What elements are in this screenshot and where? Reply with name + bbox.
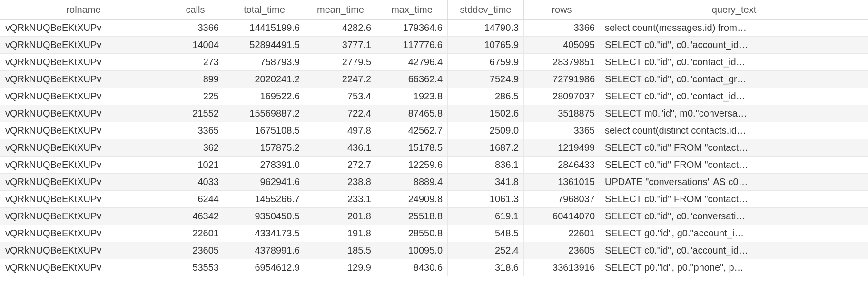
- table-row[interactable]: vQRkNUQBeEKtXUPv2155215569887.2722.48746…: [0, 105, 868, 122]
- cell-stddev_time: 318.6: [448, 259, 524, 276]
- cell-rolname: vQRkNUQBeEKtXUPv: [0, 174, 167, 191]
- cell-query_text: SELECT m0."id", m0."conversa…: [600, 105, 868, 122]
- cell-rolname: vQRkNUQBeEKtXUPv: [0, 71, 167, 88]
- cell-stddev_time: 1502.6: [448, 105, 524, 122]
- cell-mean_time: 753.4: [305, 88, 376, 105]
- cell-stddev_time: 6759.9: [448, 54, 524, 71]
- cell-rows: 60414070: [524, 208, 600, 225]
- cell-total_time: 4378991.6: [224, 242, 305, 259]
- cell-rows: 22601: [524, 225, 600, 242]
- cell-rows: 3365: [524, 122, 600, 139]
- cell-rolname: vQRkNUQBeEKtXUPv: [0, 208, 167, 225]
- cell-calls: 3365: [167, 122, 224, 139]
- cell-max_time: 25518.8: [376, 208, 448, 225]
- cell-mean_time: 201.8: [305, 208, 376, 225]
- table-row[interactable]: vQRkNUQBeEKtXUPv236054378991.6185.510095…: [0, 242, 868, 259]
- cell-rows: 405095: [524, 37, 600, 54]
- cell-stddev_time: 1061.3: [448, 191, 524, 208]
- cell-rows: 33613916: [524, 259, 600, 276]
- cell-calls: 14004: [167, 37, 224, 54]
- cell-mean_time: 2779.5: [305, 54, 376, 71]
- cell-calls: 4033: [167, 174, 224, 191]
- cell-query_text: SELECT p0."id", p0."phone", p…: [600, 259, 868, 276]
- cell-query_text: SELECT c0."id" FROM "contact…: [600, 157, 868, 174]
- cell-rolname: vQRkNUQBeEKtXUPv: [0, 242, 167, 259]
- cell-rows: 72791986: [524, 71, 600, 88]
- cell-calls: 1021: [167, 157, 224, 174]
- cell-calls: 22601: [167, 225, 224, 242]
- table-row[interactable]: vQRkNUQBeEKtXUPv463429350450.5201.825518…: [0, 208, 868, 225]
- column-header-mean_time[interactable]: mean_time: [305, 0, 376, 20]
- cell-mean_time: 3777.1: [305, 37, 376, 54]
- cell-mean_time: 436.1: [305, 139, 376, 157]
- cell-calls: 6244: [167, 191, 224, 208]
- cell-max_time: 179364.6: [376, 20, 448, 37]
- cell-rolname: vQRkNUQBeEKtXUPv: [0, 122, 167, 139]
- cell-query_text: SELECT c0."id", c0."contact_id…: [600, 88, 868, 105]
- cell-rows: 23605: [524, 242, 600, 259]
- cell-query_text: select count(distinct contacts.id…: [600, 122, 868, 139]
- cell-total_time: 9350450.5: [224, 208, 305, 225]
- cell-rolname: vQRkNUQBeEKtXUPv: [0, 225, 167, 242]
- table-row[interactable]: vQRkNUQBeEKtXUPv226014334173.5191.828550…: [0, 225, 868, 242]
- column-header-query_text[interactable]: query_text: [600, 0, 868, 20]
- table-row[interactable]: vQRkNUQBeEKtXUPv535536954612.9129.98430.…: [0, 259, 868, 276]
- cell-max_time: 8889.4: [376, 174, 448, 191]
- table-row[interactable]: vQRkNUQBeEKtXUPv225169522.6753.41923.828…: [0, 88, 868, 105]
- cell-rows: 3518875: [524, 105, 600, 122]
- cell-total_time: 52894491.5: [224, 37, 305, 54]
- cell-rolname: vQRkNUQBeEKtXUPv: [0, 157, 167, 174]
- cell-rolname: vQRkNUQBeEKtXUPv: [0, 105, 167, 122]
- cell-query_text: select count(messages.id) from…: [600, 20, 868, 37]
- table-row[interactable]: vQRkNUQBeEKtXUPv33651675108.5497.842562.…: [0, 122, 868, 139]
- cell-stddev_time: 836.1: [448, 157, 524, 174]
- cell-mean_time: 497.8: [305, 122, 376, 139]
- cell-total_time: 6954612.9: [224, 259, 305, 276]
- column-header-total_time[interactable]: total_time: [224, 0, 305, 20]
- query-stats-table[interactable]: rolnamecallstotal_timemean_timemax_times…: [0, 0, 868, 276]
- cell-query_text: SELECT c0."id", c0."contact_gr…: [600, 71, 868, 88]
- column-header-max_time[interactable]: max_time: [376, 0, 448, 20]
- cell-query_text: UPDATE "conversations" AS c0…: [600, 174, 868, 191]
- column-header-calls[interactable]: calls: [167, 0, 224, 20]
- cell-stddev_time: 548.5: [448, 225, 524, 242]
- column-header-rows[interactable]: rows: [524, 0, 600, 20]
- cell-mean_time: 238.8: [305, 174, 376, 191]
- cell-max_time: 87465.8: [376, 105, 448, 122]
- cell-mean_time: 4282.6: [305, 20, 376, 37]
- table-row[interactable]: vQRkNUQBeEKtXUPv336614415199.64282.61793…: [0, 20, 868, 37]
- cell-stddev_time: 252.4: [448, 242, 524, 259]
- cell-max_time: 42562.7: [376, 122, 448, 139]
- cell-stddev_time: 1687.2: [448, 139, 524, 157]
- cell-rows: 1219499: [524, 139, 600, 157]
- table-row[interactable]: vQRkNUQBeEKtXUPv8992020241.22247.266362.…: [0, 71, 868, 88]
- cell-max_time: 117776.6: [376, 37, 448, 54]
- cell-query_text: SELECT c0."id", c0."account_id…: [600, 37, 868, 54]
- cell-rolname: vQRkNUQBeEKtXUPv: [0, 139, 167, 157]
- cell-rolname: vQRkNUQBeEKtXUPv: [0, 191, 167, 208]
- table-row[interactable]: vQRkNUQBeEKtXUPv1400452894491.53777.1117…: [0, 37, 868, 54]
- cell-max_time: 42796.4: [376, 54, 448, 71]
- cell-mean_time: 233.1: [305, 191, 376, 208]
- cell-max_time: 24909.8: [376, 191, 448, 208]
- cell-max_time: 12259.6: [376, 157, 448, 174]
- cell-mean_time: 129.9: [305, 259, 376, 276]
- table-row[interactable]: vQRkNUQBeEKtXUPv4033962941.6238.88889.43…: [0, 174, 868, 191]
- cell-rolname: vQRkNUQBeEKtXUPv: [0, 88, 167, 105]
- cell-stddev_time: 341.8: [448, 174, 524, 191]
- cell-stddev_time: 286.5: [448, 88, 524, 105]
- cell-calls: 46342: [167, 208, 224, 225]
- cell-calls: 3366: [167, 20, 224, 37]
- cell-calls: 362: [167, 139, 224, 157]
- table-row[interactable]: vQRkNUQBeEKtXUPv273758793.92779.542796.4…: [0, 54, 868, 71]
- column-header-stddev_time[interactable]: stddev_time: [448, 0, 524, 20]
- cell-calls: 23605: [167, 242, 224, 259]
- table-row[interactable]: vQRkNUQBeEKtXUPv1021278391.0272.712259.6…: [0, 157, 868, 174]
- cell-total_time: 2020241.2: [224, 71, 305, 88]
- table-row[interactable]: vQRkNUQBeEKtXUPv362157875.2436.115178.51…: [0, 139, 868, 157]
- column-header-rolname[interactable]: rolname: [0, 0, 167, 20]
- table-row[interactable]: vQRkNUQBeEKtXUPv62441455266.7233.124909.…: [0, 191, 868, 208]
- cell-stddev_time: 7524.9: [448, 71, 524, 88]
- cell-query_text: SELECT g0."id", g0."account_i…: [600, 225, 868, 242]
- cell-query_text: SELECT c0."id", c0."account_id…: [600, 242, 868, 259]
